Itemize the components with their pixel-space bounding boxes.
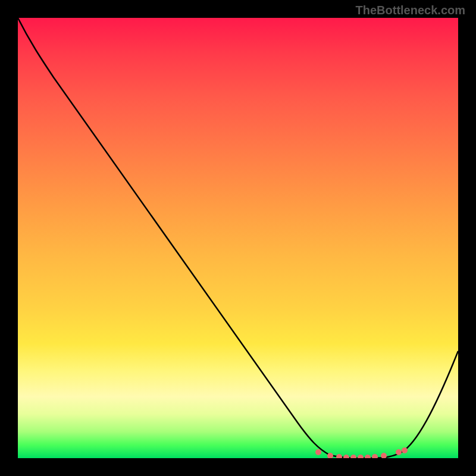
chart-svg	[18, 18, 458, 458]
chart-plot-area	[18, 18, 458, 458]
marker-dot	[315, 449, 321, 455]
marker-dot	[358, 455, 364, 458]
watermark-text: TheBottleneck.com	[356, 4, 465, 17]
marker-dot	[365, 455, 371, 458]
marker-dot	[396, 449, 402, 455]
marker-dot	[381, 453, 387, 458]
marker-dot	[350, 455, 356, 458]
marker-dot	[372, 454, 378, 458]
marker-dot	[343, 455, 349, 458]
marker-dot	[336, 454, 342, 458]
marker-dot	[402, 447, 408, 453]
bottleneck-curve	[18, 18, 458, 458]
